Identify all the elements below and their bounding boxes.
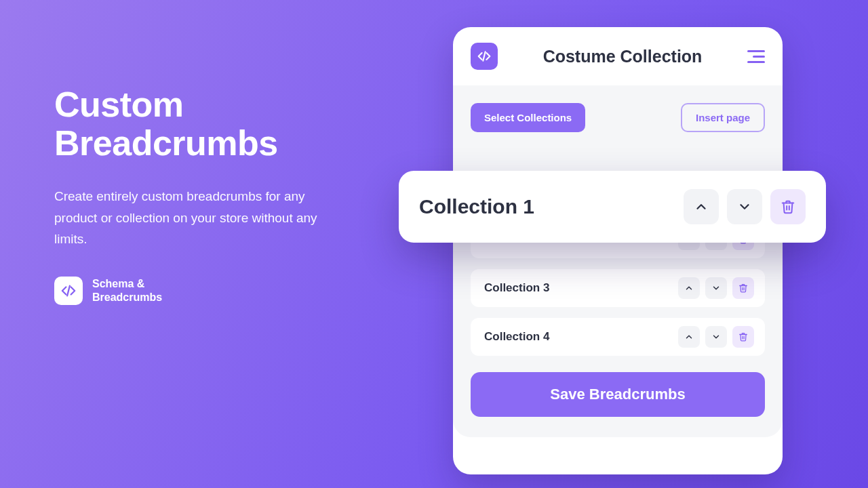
list-item-label: Collection 4 [484,330,673,344]
page-description: Create entirely custom breadcrumbs for a… [54,186,346,249]
chevron-down-icon[interactable] [705,326,727,348]
breadcrumb-editor-panel: Costume Collection Select Collections In… [453,27,783,474]
brand-name: Schema & Breadcrumbs [92,277,162,304]
chevron-up-icon[interactable] [684,189,719,224]
brand-line-2: Breadcrumbs [92,291,162,304]
marketing-copy: Custom Breadcrumbs Create entirely custo… [54,85,346,305]
save-breadcrumbs-button[interactable]: Save Breadcrumbs [471,372,765,417]
brand-badge: Schema & Breadcrumbs [54,277,346,305]
insert-page-button[interactable]: Insert page [681,103,765,132]
list-item[interactable]: Collection 4 [471,318,765,356]
featured-item-label: Collection 1 [419,195,675,218]
code-icon [54,277,83,305]
panel-title: Costume Collection [498,47,747,66]
list-item-label: Collection 3 [484,281,673,295]
chevron-up-icon[interactable] [678,277,700,299]
trash-icon[interactable] [770,189,806,224]
heading-line-1: Custom [54,85,346,124]
panel-header: Costume Collection [453,27,783,85]
trash-icon[interactable] [732,277,754,299]
page-heading: Custom Breadcrumbs [54,85,346,163]
trash-icon[interactable] [732,326,754,348]
chevron-up-icon[interactable] [678,326,700,348]
panel-body: Select Collections Insert page Collectio… [453,85,783,437]
chevron-down-icon[interactable] [727,189,762,224]
heading-line-2: Breadcrumbs [54,124,346,163]
list-item[interactable]: Collection 3 [471,269,765,307]
brand-line-1: Schema & [92,277,162,291]
featured-list-item[interactable]: Collection 1 [399,171,826,243]
chevron-down-icon[interactable] [705,277,727,299]
action-row: Select Collections Insert page [471,103,765,132]
menu-icon[interactable] [747,50,765,63]
code-icon [471,43,498,70]
svg-line-1 [483,52,485,60]
svg-line-0 [67,286,70,296]
select-collections-button[interactable]: Select Collections [471,103,585,132]
